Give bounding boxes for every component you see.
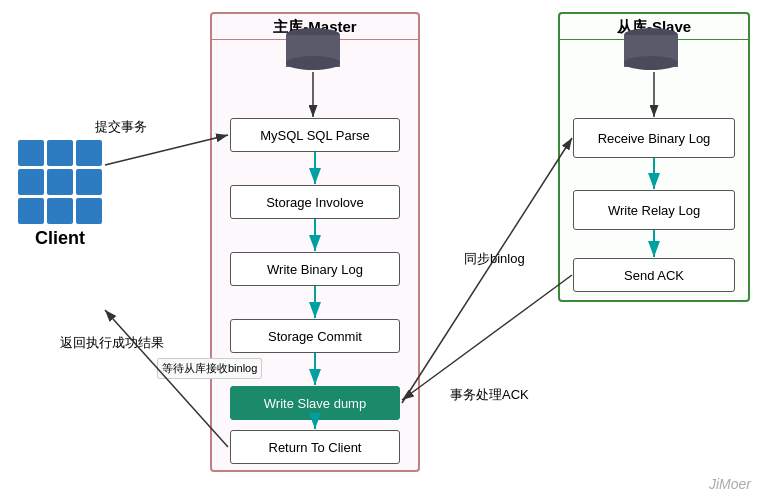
write-slave-dump-box: Write Slave dump: [230, 386, 400, 420]
client-cell: [18, 198, 44, 224]
client-cell: [47, 169, 73, 195]
return-result-label: 返回执行成功结果: [60, 334, 164, 352]
return-to-client-box: Return To Client: [230, 430, 400, 464]
mysql-parse-box: MySQL SQL Parse: [230, 118, 400, 152]
client-label: Client: [18, 228, 102, 249]
master-db-cylinder: [286, 28, 340, 72]
client-cell: [47, 198, 73, 224]
slave-db-icon: [624, 28, 678, 72]
send-ack-box: Send ACK: [573, 258, 735, 292]
watermark: JiMoer: [709, 476, 751, 492]
svg-line-13: [402, 275, 572, 400]
client-area: Client: [18, 140, 102, 249]
client-cell: [18, 140, 44, 166]
slave-db-cylinder: [624, 28, 678, 72]
diagram-container: 主库-Master 从库-Slave Client: [0, 0, 763, 500]
client-cell: [47, 140, 73, 166]
receive-binary-log-box: Receive Binary Log: [573, 118, 735, 158]
client-cell: [18, 169, 44, 195]
submit-tx-label: 提交事务: [95, 118, 147, 136]
db-bottom: [286, 56, 340, 70]
client-cell: [76, 198, 102, 224]
storage-commit-box: Storage Commit: [230, 319, 400, 353]
sync-binlog-label: 同步binlog: [464, 250, 525, 268]
write-relay-log-box: Write Relay Log: [573, 190, 735, 230]
client-grid: [18, 140, 102, 224]
client-cell: [76, 140, 102, 166]
storage-involve-box: Storage Involove: [230, 185, 400, 219]
master-db-icon: [286, 28, 340, 72]
db-bottom-slave: [624, 56, 678, 70]
write-binary-log-box: Write Binary Log: [230, 252, 400, 286]
wait-slave-label: 等待从库接收binlog: [157, 358, 262, 379]
client-cell: [76, 169, 102, 195]
svg-line-12: [402, 138, 572, 403]
tx-ack-label: 事务处理ACK: [450, 386, 529, 404]
